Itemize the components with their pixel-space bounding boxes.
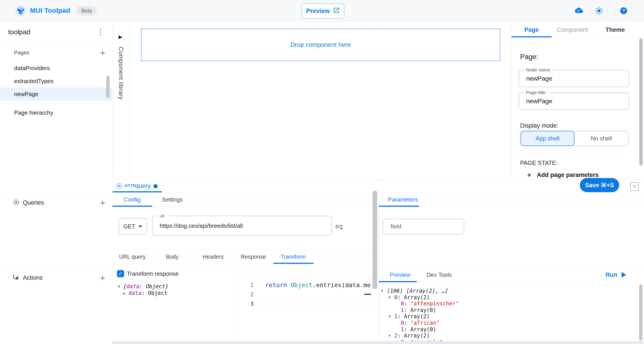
- code-token: .entries(data.messag: [312, 281, 372, 288]
- url-field[interactable]: url https://dog.ceo/api/breeds/list/all: [152, 216, 332, 236]
- tree-toggle-icon[interactable]: ▼: [388, 332, 394, 339]
- transform-tab-indicator: [273, 263, 314, 264]
- subtab-response[interactable]: Response: [236, 253, 271, 261]
- tree-row: ▼ {data: Object}: [118, 283, 168, 290]
- subtab-headers[interactable]: Headers: [195, 253, 231, 261]
- brand-title: MUI Toolpad: [30, 7, 70, 14]
- sidebar-page-item-newpage[interactable]: newPage: [0, 88, 112, 101]
- node-name-value[interactable]: newPage: [526, 70, 552, 87]
- app-bar: MUI Toolpad Beta Preview: [0, 0, 644, 22]
- project-title: toolpad: [8, 28, 30, 36]
- tree-toggle-icon[interactable]: ▼: [388, 313, 394, 320]
- sidebar-page-item-dataproviders[interactable]: dataProviders: [0, 62, 112, 75]
- play-icon: [622, 272, 626, 278]
- transform-response-label: Transform response: [127, 270, 179, 278]
- actions-icon: [12, 273, 20, 282]
- line-number: 3: [237, 299, 254, 308]
- query-tab-indicator: [112, 191, 162, 192]
- run-button[interactable]: Run: [606, 271, 626, 279]
- node-name-field[interactable]: Node name newPage: [518, 70, 629, 87]
- help-button[interactable]: ?: [615, 3, 632, 20]
- display-mode-app-shell[interactable]: App shell: [520, 131, 574, 146]
- page-item-label: newPage: [14, 91, 38, 98]
- toolpad-logo-icon: [15, 5, 26, 16]
- tree-toggle-icon[interactable]: ▼: [381, 288, 387, 294]
- actions-section-label: Actions: [23, 273, 43, 283]
- code-token: Object: [291, 281, 312, 288]
- theme-toggle-button[interactable]: [590, 3, 608, 20]
- add-page-parameters-button[interactable]: Add page parameters: [537, 171, 598, 179]
- save-button[interactable]: Save ⌘+S: [580, 178, 619, 192]
- tab-preview[interactable]: Preview: [388, 271, 412, 279]
- component-dropzone[interactable]: Drop component here: [141, 29, 500, 61]
- display-mode-label: Display mode:: [520, 122, 558, 129]
- tab-component[interactable]: Component: [554, 26, 591, 34]
- cloud-synced-icon: [574, 6, 584, 15]
- dropzone-label: Drop component here: [290, 41, 351, 48]
- config-scrollbar[interactable]: [372, 191, 377, 289]
- query-editor-panel: HTTP query Save ⌘+S ✕ Config Settings GE…: [112, 179, 644, 344]
- unsaved-changes-dot: [154, 184, 158, 188]
- request-subtabs: URL query Body Headers Response Transfor…: [112, 249, 371, 264]
- add-binding-link-icon[interactable]: [335, 223, 343, 232]
- tab-theme[interactable]: Theme: [604, 26, 627, 34]
- transform-response-checkbox[interactable]: ✓: [117, 270, 124, 277]
- project-sidebar: toolpad ⋮ Pages + dataProviders extracte…: [0, 22, 113, 344]
- console-row: ▼(106) [Array(2), …]: [378, 288, 643, 294]
- chevron-down-icon: [138, 225, 142, 228]
- http-query-icon: [116, 182, 123, 190]
- queries-icon: [12, 199, 20, 207]
- component-library-expand-icon[interactable]: ▶: [118, 34, 122, 40]
- pages-scrollbar[interactable]: [106, 75, 110, 98]
- status-strip: [112, 341, 644, 344]
- console-row: 0: "airedale": [378, 339, 643, 341]
- close-panel-button[interactable]: ✕: [630, 182, 639, 191]
- add-action-button[interactable]: +: [98, 273, 108, 283]
- tree-toggle-icon[interactable]: ▼: [118, 284, 123, 289]
- tab-parameters[interactable]: Parameters: [387, 196, 418, 204]
- subtab-url-query[interactable]: URL query: [114, 253, 150, 261]
- pages-section-label: Pages: [14, 48, 29, 58]
- add-page-button[interactable]: +: [98, 48, 108, 58]
- console-output: ▼(106) [Array(2), …]▼0: Array(2)0: "affe…: [378, 288, 643, 341]
- preview-button-label: Preview: [306, 8, 330, 15]
- subtab-transform[interactable]: Transform: [275, 253, 311, 261]
- console-row: ▼1: Array(2): [378, 313, 643, 320]
- parameter-field-input[interactable]: field: [383, 219, 464, 235]
- add-query-button[interactable]: +: [98, 198, 108, 208]
- tab-settings[interactable]: Settings: [160, 196, 185, 204]
- console-row: ▼0: Array(2): [378, 294, 643, 301]
- code-token: return: [265, 281, 291, 288]
- tree-toggle-icon[interactable]: ▼: [388, 294, 394, 301]
- tab-page[interactable]: Page: [521, 26, 542, 34]
- tab-dev-tools[interactable]: Dev Tools: [423, 271, 456, 279]
- run-button-label: Run: [606, 271, 617, 278]
- line-number: 2: [237, 290, 254, 299]
- page-title-value[interactable]: newPage: [526, 93, 552, 109]
- page-canvas: ▶ Component library Drop component here: [113, 22, 511, 179]
- page-title-field[interactable]: Page title newPage: [518, 92, 629, 110]
- tab-config[interactable]: Config: [121, 196, 143, 204]
- http-method-select[interactable]: GET: [118, 218, 147, 235]
- sidebar-page-item-extractedtypes[interactable]: extractedTypes: [0, 75, 112, 88]
- preview-button[interactable]: Preview: [302, 3, 344, 19]
- tree-toggle-icon[interactable]: ▶: [123, 291, 128, 295]
- inspector-scrollbar[interactable]: [639, 38, 643, 166]
- line-number: 1: [237, 280, 254, 290]
- component-library-tab[interactable]: Component library: [113, 47, 129, 152]
- console-row: 1: Array(0): [378, 326, 643, 333]
- subtab-body[interactable]: Body: [154, 253, 190, 261]
- preview-scrollbar[interactable]: [639, 284, 642, 341]
- page-hierarchy-label[interactable]: Page hierarchy: [14, 107, 53, 118]
- display-mode-no-shell[interactable]: No shell: [574, 131, 628, 146]
- query-tab[interactable]: query: [135, 182, 151, 190]
- svg-text:?: ?: [622, 8, 625, 13]
- page-item-label: dataProviders: [14, 65, 50, 72]
- project-menu-button[interactable]: ⋮: [96, 27, 106, 37]
- transform-code-editor[interactable]: 1 2 3 return Object.entries(data.messag: [237, 279, 372, 341]
- url-field-value: https://dog.ceo/api/breeds/list/all: [160, 216, 242, 235]
- brightness-sun-icon: [595, 7, 603, 16]
- display-mode-toggle: App shell No shell: [520, 131, 628, 146]
- editor-overview-mark: [364, 294, 371, 295]
- inspector-heading: Page:: [520, 53, 538, 61]
